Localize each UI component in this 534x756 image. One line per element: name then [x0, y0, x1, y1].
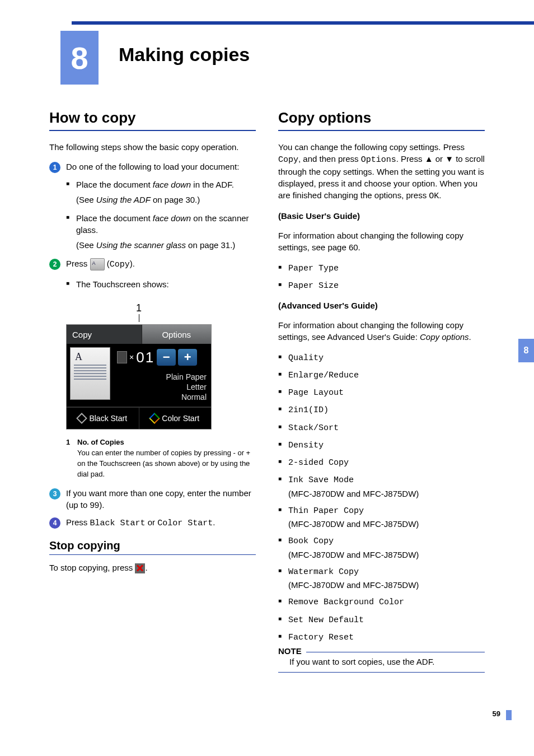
side-tab: 8: [518, 339, 534, 362]
opt-quality: Quality: [278, 351, 485, 365]
step-2: 2 Press (Copy).: [49, 258, 256, 270]
step-1-text: Do one of the following to load your doc…: [66, 161, 256, 172]
ts-qty-prefix: ×: [129, 353, 134, 362]
ts-preview-thumb: A: [70, 347, 110, 400]
opt-watermark: Watermark Copy(MFC-J870DW and MFC-J875DW…: [278, 564, 485, 592]
step-3-text: If you want more than one copy, enter th…: [66, 487, 256, 511]
step-badge-2: 2: [49, 259, 60, 270]
ts-qty-value: 01: [136, 349, 154, 366]
step-badge-1: 1: [49, 162, 60, 173]
note-box: NOTE If you want to sort copies, use the…: [278, 652, 485, 673]
right-column: Copy options You can change the followin…: [278, 109, 485, 673]
page-number: 59: [493, 710, 500, 718]
heading-copy-options: Copy options: [278, 109, 485, 131]
opt-stack-sort: Stack/Sort: [278, 421, 485, 435]
heading-how-to-copy: How to copy: [49, 109, 256, 131]
ts-plus-button[interactable]: +: [178, 349, 197, 366]
stop-copying-text: To stop copying, press .: [49, 562, 256, 573]
step-4: 4 Press Black Start or Color Start.: [49, 516, 256, 529]
opt-remove-bg: Remove Background Color: [278, 595, 485, 609]
step-4-text: Press Black Start or Color Start.: [66, 516, 256, 529]
opt-new-default: Set New Default: [278, 613, 485, 627]
page-corner-mark: [506, 710, 512, 720]
step-3: 3 If you want more than one copy, enter …: [49, 487, 256, 511]
opt-thin-paper: Thin Paper Copy(MFC-J870DW and MFC-J875D…: [278, 503, 485, 531]
header-rule: [0, 21, 534, 25]
opt-paper-size: Paper Size: [278, 278, 485, 292]
adv-guide-heading: (Advanced User's Guide): [278, 300, 485, 311]
ts-minus-button[interactable]: −: [157, 349, 176, 366]
opt-ink-save: Ink Save Mode(MFC-J870DW and MFC-J875DW): [278, 473, 485, 500]
heading-stop-copying: Stop copying: [49, 539, 256, 555]
ts-settings-info: Plain Paper Letter Normal: [117, 372, 207, 403]
opt-factory-reset: Factory Reset: [278, 630, 485, 644]
opt-2in1: 2in1(ID): [278, 403, 485, 417]
intro-text: The following steps show the basic copy …: [49, 141, 256, 153]
figure-caption: 1No. of Copies You can enter the number …: [66, 437, 256, 479]
ts-title: Copy: [67, 325, 142, 344]
chapter-number-box: 8: [60, 31, 99, 85]
step-2-text: Press (Copy).: [66, 258, 256, 270]
opt-enlarge-reduce: Enlarge/Reduce: [278, 368, 485, 382]
basic-guide-text: For information about changing the follo…: [278, 230, 485, 253]
opt-book-copy: Book Copy(MFC-J870DW and MFC-J875DW): [278, 534, 485, 561]
chapter-number: 8: [71, 40, 88, 76]
diamond-icon: [76, 413, 87, 424]
left-column: How to copy The following steps show the…: [49, 109, 256, 673]
basic-guide-heading: (Basic User's Guide): [278, 210, 485, 222]
diamond-color-icon: [149, 413, 160, 424]
step1-bullet-adf: Place the document face down in the ADF.: [66, 179, 256, 190]
opt-page-layout: Page Layout: [278, 385, 485, 399]
step-badge-4: 4: [49, 517, 60, 529]
touchscreen-callout-1: 1: [66, 302, 212, 322]
step1-ref-glass: (See Using the scanner glass on page 31.…: [76, 239, 256, 251]
ts-options-button[interactable]: Options: [142, 325, 212, 344]
header-rule-gap: [0, 21, 72, 25]
note-text: If you want to sort copies, use the ADF.: [278, 657, 485, 666]
note-label: NOTE: [278, 646, 306, 656]
touchscreen-figure: 1 Copy Options A: [66, 302, 256, 430]
opt-density: Density: [278, 438, 485, 452]
step1-bullet-glass: Place the document face down on the scan…: [66, 212, 256, 236]
copy-options-intro: You can change the following copy settin…: [278, 141, 485, 202]
step2-bullet: The Touchscreen shows:: [66, 278, 256, 290]
adv-guide-text: For information about changing the follo…: [278, 319, 485, 343]
step1-ref-adf: (See Using the ADF on page 30.): [76, 194, 256, 206]
copy-icon: [90, 258, 105, 270]
ts-color-start-button[interactable]: Color Start: [139, 408, 212, 429]
step-badge-3: 3: [49, 488, 60, 500]
ts-black-start-button[interactable]: Black Start: [67, 408, 139, 429]
stop-icon: [135, 563, 145, 573]
opt-2sided: 2-sided Copy: [278, 455, 485, 469]
copies-icon: [117, 351, 127, 363]
touchscreen: Copy Options A × 01: [66, 324, 212, 430]
chapter-title: Making copies: [119, 44, 250, 66]
opt-paper-type: Paper Type: [278, 261, 485, 275]
step-1: 1 Do one of the following to load your d…: [49, 161, 256, 173]
